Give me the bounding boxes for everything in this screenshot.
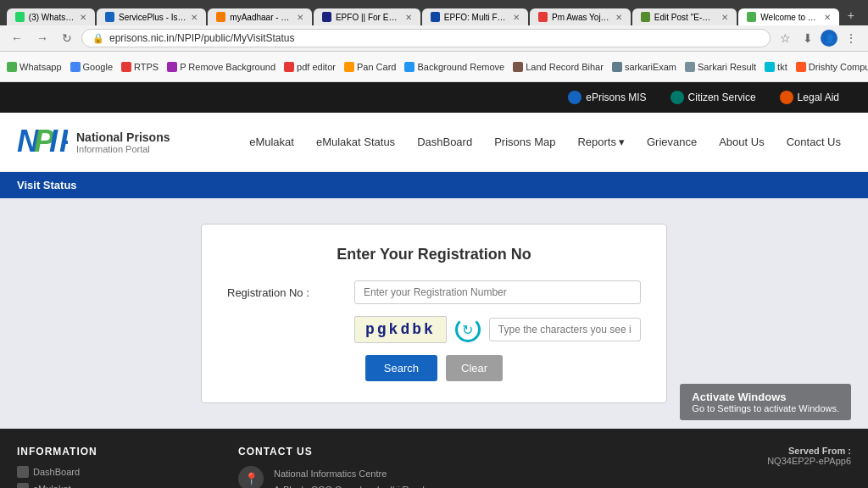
menu-about[interactable]: About Us <box>709 129 774 155</box>
footer-info-section: INFORMATION DashBoard eMulakat Grievance… <box>17 446 213 488</box>
legal-aid-button[interactable]: Legal Aid <box>768 82 851 113</box>
visit-status-bar: Visit Status <box>0 172 868 198</box>
served-value: NQ34EP2P-ePApp6 <box>767 456 851 466</box>
menu-reports-label: Reports <box>577 136 616 148</box>
form-buttons: Search Clear <box>227 355 641 381</box>
bookmark-icon-remove-bg <box>167 62 177 72</box>
tab-close[interactable]: ✕ <box>405 13 412 22</box>
url-text: eprisons.nic.in/NPIP/public/MyVisitStatu… <box>109 32 295 44</box>
menu-dashboard[interactable]: DashBoard <box>407 129 482 155</box>
tab-close[interactable]: ✕ <box>80 13 86 22</box>
footer-contact-section: CONTACT US 📍 National Informatics Centre… <box>238 446 630 488</box>
browser-tab-edit[interactable]: Edit Post "E-Mu..." ✕ <box>632 8 737 25</box>
bookmark-icon-sarkari2 <box>685 62 695 72</box>
captcha-row: pgkdbk <box>354 316 641 343</box>
tab-label: EPFO || For Emp... <box>336 13 401 22</box>
bookmarks-bar: Whatsapp Google RTPS P Remove Background… <box>0 52 868 82</box>
extensions-button[interactable]: ⋮ <box>841 29 861 47</box>
footer-link-label: DashBoard <box>33 467 80 477</box>
bookmark-icon-google <box>70 62 81 72</box>
bookmark-google[interactable]: Google <box>70 62 113 72</box>
tab-label: (3) WhatsApp <box>29 13 75 22</box>
bookmark-icon-pdf <box>284 62 294 72</box>
profile-button[interactable]: 👤 <box>821 30 837 47</box>
legal-icon <box>780 91 793 104</box>
menu-contact[interactable]: Contact Us <box>776 129 851 155</box>
tab-label: ServicePlus - Issu... <box>119 13 186 22</box>
bookmark-icon-rtps <box>121 62 131 72</box>
favicon-edit <box>641 12 650 22</box>
bookmark-icon-drishty <box>796 62 806 72</box>
chevron-down-icon: ▾ <box>619 136 625 148</box>
bookmark-icon-whatsapp <box>7 62 17 72</box>
new-tab-button[interactable]: + <box>841 5 861 25</box>
clear-button[interactable]: Clear <box>446 355 503 381</box>
footer-link-dashboard[interactable]: DashBoard <box>17 466 213 478</box>
tab-close[interactable]: ✕ <box>297 13 303 22</box>
footer-link-emulakat[interactable]: eMulakat <box>17 483 213 488</box>
citizen-icon <box>670 91 684 104</box>
logo-title: National Prisons <box>76 130 170 144</box>
menu-grievance[interactable]: Grievance <box>637 129 707 155</box>
form-title: Enter Your Registration No <box>227 246 641 263</box>
menu-prisons-map[interactable]: Prisons Map <box>484 129 565 155</box>
bookmark-remove-bg[interactable]: P Remove Background <box>167 62 275 72</box>
browser-tab-whatsapp[interactable]: (3) WhatsApp ✕ <box>7 8 95 25</box>
registration-label: Registration No : <box>227 286 354 299</box>
eprisons-mis-button[interactable]: ePrisons MIS <box>556 82 658 113</box>
logo-text: National Prisons Information Portal <box>76 130 170 154</box>
bookmark-star-button[interactable]: ☆ <box>776 29 795 47</box>
browser-tab-aadhaar[interactable]: myAadhaar - Un... ✕ <box>208 8 312 25</box>
citizen-service-button[interactable]: Citizen Service <box>659 82 768 113</box>
bookmark-land[interactable]: Land Record Bihar <box>513 62 604 72</box>
tab-close[interactable]: ✕ <box>513 13 520 22</box>
eprisons-label: ePrisons MIS <box>586 92 646 103</box>
registration-input[interactable] <box>354 280 641 304</box>
ssl-lock-icon: 🔒 <box>92 33 104 44</box>
bookmark-pdf[interactable]: pdf editor <box>284 62 336 72</box>
tab-close[interactable]: ✕ <box>191 13 198 22</box>
bookmark-icon-sarkari <box>612 62 622 72</box>
menu-reports[interactable]: Reports ▾ <box>567 129 635 155</box>
bookmark-pan[interactable]: Pan Card <box>344 62 396 72</box>
bookmark-label: Background Remove <box>417 62 504 72</box>
logo-area: N P I P National Prisons Information Por… <box>17 119 170 164</box>
bookmark-label: Google <box>83 62 113 72</box>
tab-close[interactable]: ✕ <box>721 13 728 22</box>
refresh-button[interactable]: ↻ <box>58 29 76 47</box>
address-bar[interactable]: 🔒 eprisons.nic.in/NPIP/public/MyVisitSta… <box>81 29 771 47</box>
bookmark-sarkari2[interactable]: Sarkari Result <box>685 62 756 72</box>
tab-close[interactable]: ✕ <box>615 13 622 22</box>
menu-emulakat[interactable]: eMulakat <box>239 129 304 155</box>
tab-label: myAadhaar - Un... <box>230 13 292 22</box>
browser-toolbar: ← → ↻ 🔒 eprisons.nic.in/NPIP/public/MyVi… <box>0 25 868 52</box>
bookmark-drishty[interactable]: Drishty Computer E... <box>796 62 868 72</box>
footer-contact-info: 📍 National Informatics Centre A-Block, C… <box>238 466 630 488</box>
captcha-image: pgkdbk <box>354 316 447 343</box>
captcha-input[interactable] <box>489 318 641 341</box>
bookmark-tkt[interactable]: tkt <box>765 62 787 72</box>
browser-tab-epfo1[interactable]: EPFO || For Emp... ✕ <box>314 8 420 25</box>
browser-tab-serviceplus[interactable]: ServicePlus - Issu... ✕ <box>97 8 206 25</box>
favicon-pm <box>538 12 548 22</box>
back-button[interactable]: ← <box>7 29 27 47</box>
browser-tab-npip[interactable]: Welcome to Na... ✕ <box>738 8 838 25</box>
downloads-button[interactable]: ⬇ <box>798 29 817 47</box>
captcha-refresh-button[interactable] <box>455 317 481 342</box>
browser-tab-pm[interactable]: Pm Awas Yojan... ✕ <box>530 8 631 25</box>
forward-button[interactable]: → <box>32 29 53 47</box>
bookmark-whatsapp[interactable]: Whatsapp <box>7 62 62 72</box>
svg-text:P: P <box>59 124 68 158</box>
footer-org: National Informatics Centre <box>274 466 425 482</box>
browser-tab-epfo2[interactable]: EPFO: Multi Faci... ✕ <box>422 8 528 25</box>
tab-label: Pm Awas Yojan... <box>552 13 611 22</box>
menu-emulakat-status[interactable]: eMulakat Status <box>306 129 405 155</box>
browser-tabs: (3) WhatsApp ✕ ServicePlus - Issu... ✕ m… <box>7 5 861 25</box>
bookmark-bg2[interactable]: Background Remove <box>404 62 504 72</box>
tab-close[interactable]: ✕ <box>824 13 831 22</box>
eprisons-icon <box>568 91 581 104</box>
bookmark-sarkari[interactable]: sarkariExam <box>612 62 676 72</box>
bookmark-rtps[interactable]: RTPS <box>121 62 159 72</box>
search-button[interactable]: Search <box>365 355 437 381</box>
bookmark-icon-land <box>513 62 523 72</box>
